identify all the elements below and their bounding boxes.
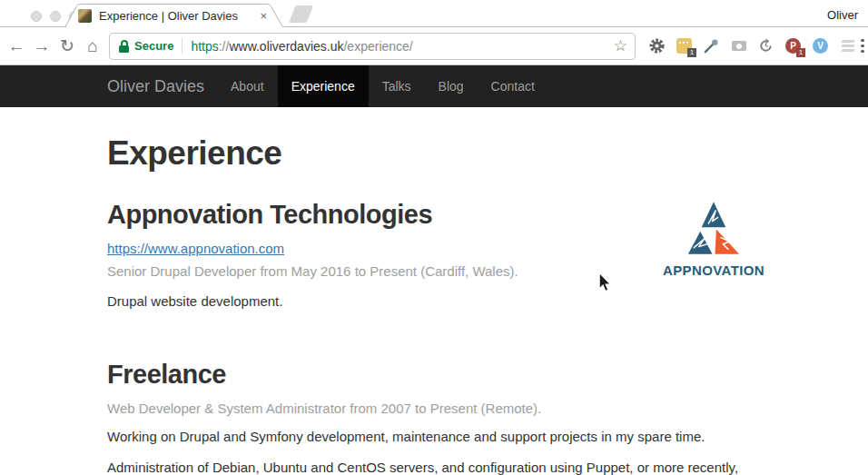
url-scheme: https (191, 39, 218, 54)
job-section-freelance: Freelance Web Developer & System Adminis… (107, 360, 777, 475)
job-description: Working on Drupal and Symfony developmen… (107, 428, 777, 446)
new-tab-button[interactable] (287, 5, 314, 24)
video-extension-icon[interactable]: V (811, 36, 830, 55)
omnibox-divider (182, 38, 182, 54)
camera-extension-icon[interactable] (729, 36, 748, 55)
company-link[interactable]: https://www.appnovation.com (107, 241, 284, 256)
gear-extension-icon[interactable] (647, 36, 666, 55)
chrome-profile-name[interactable]: Oliver (827, 8, 858, 22)
browser-window: Experience | Oliver Davies × Oliver ← → … (0, 0, 868, 475)
page-content: Experience Appnovation Technologies http… (0, 107, 868, 475)
nav-item-about[interactable]: About (217, 65, 278, 107)
extension-badge: 1 (687, 48, 696, 57)
url-host: www.oliverdavies.uk (229, 39, 343, 54)
address-bar[interactable]: Secure https://www.oliverdavies.uk/exper… (109, 33, 636, 60)
url-separator: :// (219, 39, 230, 54)
chrome-menu-icon[interactable] (861, 39, 864, 54)
nav-item-talks[interactable]: Talks (369, 65, 425, 107)
back-icon[interactable]: ← (4, 36, 29, 56)
extension-area: 1 P 1 V (647, 36, 857, 55)
page-title: Experience (107, 134, 777, 173)
history-extension-icon[interactable] (756, 36, 775, 55)
bookmark-star-icon[interactable]: ☆ (614, 36, 627, 55)
reload-icon[interactable]: ↻ (54, 35, 80, 56)
secure-label: Secure (134, 39, 173, 53)
video-extension-letter: V (813, 38, 828, 54)
job-section-appnovation: Appnovation Technologies https://www.app… (107, 200, 777, 311)
appnovation-logo-text: APPNOVATION (660, 262, 767, 278)
nav-item-blog[interactable]: Blog (425, 65, 478, 107)
url-path: /experience/ (343, 39, 412, 54)
secure-lock-icon (119, 40, 129, 53)
job-heading: Freelance (107, 360, 777, 390)
nav-item-experience[interactable]: Experience (278, 65, 369, 107)
tab-close-icon[interactable]: × (260, 9, 267, 23)
job-meta: Web Developer & System Administrator fro… (107, 401, 777, 416)
appnovation-logo: APPNOVATION (660, 200, 767, 278)
navbar-brand[interactable]: Oliver Davies (107, 65, 204, 107)
tab-title: Experience | Oliver Davies (99, 9, 238, 23)
forward-icon[interactable]: → (29, 36, 54, 56)
job-description: Drupal website development. (107, 292, 777, 311)
highlighter-extension-icon[interactable]: 1 (675, 36, 694, 55)
extension-badge: 1 (796, 48, 805, 57)
mouse-cursor (597, 272, 612, 292)
home-icon[interactable]: ⌂ (80, 36, 105, 56)
tab-favicon-avatar (78, 9, 92, 23)
layers-extension-icon[interactable] (838, 36, 857, 55)
eyedropper-extension-icon[interactable] (702, 36, 721, 55)
tab-strip: Experience | Oliver Davies × Oliver (0, 0, 868, 27)
appnovation-logo-icon (665, 200, 763, 256)
site-navbar: Oliver Davies About Experience Talks Blo… (0, 65, 868, 107)
browser-toolbar: ← → ↻ ⌂ Secure https://www.oliverdavies.… (0, 27, 868, 65)
url-text[interactable]: https://www.oliverdavies.uk/experience/ (191, 39, 412, 54)
active-tab[interactable]: Experience | Oliver Davies × (78, 4, 280, 27)
nav-item-contact[interactable]: Contact (478, 65, 548, 107)
session-extension-icon[interactable]: P 1 (784, 36, 803, 55)
job-description: Administration of Debian, Ubuntu and Cen… (107, 459, 777, 475)
